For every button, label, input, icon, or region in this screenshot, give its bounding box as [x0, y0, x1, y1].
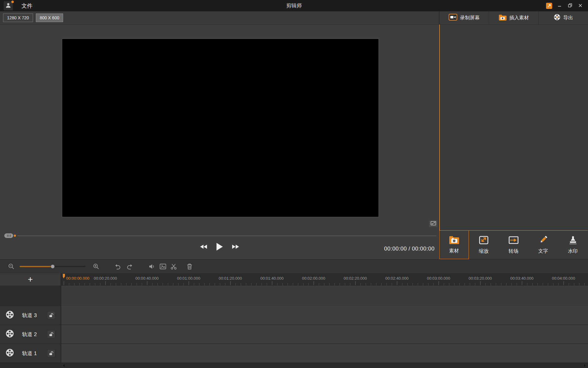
scroll-right-icon[interactable]	[584, 364, 586, 367]
record-screen-button[interactable]: 录制屏幕	[439, 11, 489, 24]
play-button[interactable]	[216, 242, 223, 252]
zoom-out-button[interactable]	[8, 263, 15, 270]
tab-text[interactable]: 文字	[528, 231, 558, 259]
fullscreen-button[interactable]	[429, 220, 437, 227]
app-window: 文件 剪辑师	[0, 0, 588, 368]
track-lane-1[interactable]	[61, 344, 588, 362]
tab-transition[interactable]: 转场	[499, 231, 528, 259]
material-library-area[interactable]	[439, 25, 588, 230]
text-pencil-icon	[538, 236, 548, 246]
tab-transition-label: 转场	[509, 248, 518, 255]
play-icon	[216, 242, 223, 252]
close-button[interactable]	[575, 1, 586, 10]
trash-icon	[187, 263, 193, 270]
delete-button[interactable]	[186, 263, 193, 270]
timeline-toolbar	[0, 259, 588, 273]
tab-scale[interactable]: 缩放	[469, 231, 499, 259]
track-header-column: + 轨道 3 轨道 2	[0, 273, 61, 363]
ruler-label: 00:02:00.000	[302, 276, 325, 281]
undo-button[interactable]	[114, 263, 121, 270]
ruler-label: 00:02:40.000	[385, 276, 409, 281]
transport-controls	[200, 242, 239, 252]
file-menu[interactable]: 文件	[21, 2, 32, 10]
add-track-button[interactable]: +	[0, 273, 61, 286]
undo-icon	[114, 263, 121, 270]
track-label: 轨道 2	[22, 331, 37, 338]
titlebar: 文件 剪辑师	[0, 0, 588, 11]
transition-icon	[508, 236, 519, 246]
track-lane-3[interactable]	[61, 306, 588, 324]
close-icon	[579, 3, 582, 9]
track-lane-2[interactable]	[61, 325, 588, 343]
zoom-slider-knob[interactable]	[51, 265, 55, 269]
resolution-toolbar: 1280 X 720 800 X 600	[0, 11, 439, 24]
track-header-2[interactable]: 轨道 2	[0, 325, 61, 343]
ruler-label: 00:00:00.000	[66, 276, 89, 281]
resolution-800x600-button[interactable]: 800 X 600	[36, 13, 63, 22]
user-avatar-icon	[5, 2, 12, 10]
fast-forward-icon	[232, 244, 239, 251]
feedback-button[interactable]	[544, 1, 554, 10]
restore-button[interactable]	[565, 1, 575, 10]
rewind-button[interactable]	[200, 244, 207, 251]
resolution-1280x720-button[interactable]: 1280 X 720	[3, 13, 33, 22]
top-toolbar: 1280 X 720 800 X 600 录制屏幕 插入素材 导出	[0, 11, 588, 25]
track-lock-button[interactable]	[48, 312, 55, 319]
track-lock-button[interactable]	[48, 350, 55, 357]
scale-icon	[479, 236, 489, 246]
timeline-upper-area	[61, 286, 588, 306]
ruler-label: 00:02:20.000	[344, 276, 367, 281]
timeline-ruler[interactable]: 00:00:00.000 00:00:20.000 00:00:40.000 0…	[61, 273, 588, 286]
notification-dot	[11, 1, 14, 3]
tab-watermark-label: 水印	[568, 248, 578, 255]
record-screen-icon	[449, 14, 457, 22]
ruler-label: 00:01:00.000	[177, 276, 200, 281]
seek-bar[interactable]	[17, 236, 436, 236]
track-header-1[interactable]: 轨道 1	[0, 344, 61, 362]
timeline-main: + 轨道 3 轨道 2	[0, 273, 588, 363]
track-label: 轨道 3	[22, 312, 37, 319]
fast-forward-button[interactable]	[232, 244, 239, 251]
tab-material[interactable]: 素材	[439, 230, 469, 259]
timeline-scrollbar[interactable]	[0, 363, 588, 368]
user-avatar[interactable]	[4, 1, 13, 10]
feedback-icon	[546, 3, 552, 9]
tab-material-label: 素材	[449, 248, 459, 254]
track-lock-button[interactable]	[48, 331, 55, 338]
volume-icon	[149, 263, 155, 270]
playhead-marker[interactable]	[63, 274, 65, 277]
right-panel: 素材 缩放 转场 文字	[439, 25, 588, 259]
preview-area: 00:00:00 / 00:00:00	[0, 25, 439, 259]
panel-header: 录制屏幕 插入素材 导出	[439, 11, 588, 24]
window-controls	[544, 1, 586, 10]
track-label: 轨道 1	[22, 350, 37, 357]
seek-position-dot	[14, 235, 16, 237]
redo-button[interactable]	[126, 263, 133, 270]
tab-watermark[interactable]: 水印	[558, 231, 588, 259]
insert-material-button[interactable]: 插入素材	[489, 11, 538, 24]
scissors-icon	[170, 263, 177, 270]
frame-edit-button[interactable]	[160, 263, 166, 270]
rewind-icon	[200, 244, 207, 251]
cut-button[interactable]	[170, 263, 177, 270]
volume-button[interactable]	[149, 263, 155, 270]
ruler-label: 00:03:40.000	[510, 276, 533, 281]
add-track-icon: +	[28, 274, 33, 284]
lock-icon	[49, 332, 54, 337]
zoom-slider[interactable]	[20, 266, 85, 267]
record-screen-label: 录制屏幕	[460, 15, 480, 21]
seek-handle-icon[interactable]	[4, 233, 13, 238]
zoom-out-icon	[8, 263, 15, 270]
export-button[interactable]: 导出	[538, 11, 588, 24]
zoom-in-button[interactable]	[93, 263, 100, 270]
timeline-lanes[interactable]: 00:00:00.000 00:00:20.000 00:00:40.000 0…	[61, 273, 588, 363]
material-camera-icon	[449, 235, 460, 246]
lock-icon	[49, 313, 54, 318]
zoom-slider-fill	[20, 266, 53, 267]
scroll-left-icon[interactable]	[63, 364, 65, 367]
frame-icon	[160, 263, 166, 270]
track-header-3[interactable]: 轨道 3	[0, 306, 61, 324]
minimize-button[interactable]	[554, 1, 565, 10]
app-title: 剪辑师	[0, 0, 588, 11]
film-reel-icon	[6, 329, 14, 339]
